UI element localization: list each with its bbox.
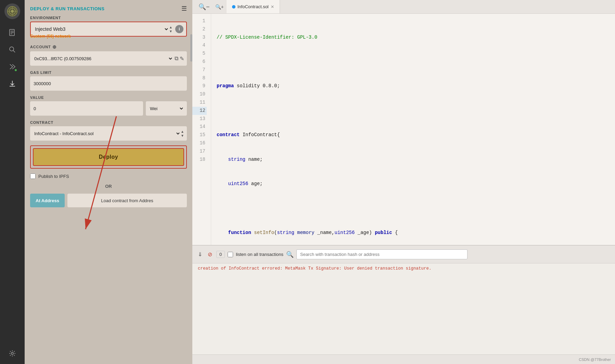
account-plus-icon[interactable]: ⊕ <box>52 44 57 50</box>
code-content[interactable]: // SPDX-License-Identifier: GPL-3.0 prag… <box>211 14 615 245</box>
network-label: Custom (56) network <box>30 34 187 39</box>
contract-arrows: ▲▼ <box>181 130 184 138</box>
terminal-listen-checkbox[interactable] <box>228 252 233 257</box>
account-label: ACCOUNT ⊕ <box>30 44 187 50</box>
sidebar-deploy-icon[interactable] <box>5 77 20 91</box>
deploy-panel: DEPLOY & RUN TRANSACTIONS ☰ ENVIRONMENT … <box>25 0 192 364</box>
environment-select[interactable]: Injected Web3 JavaScript VM (London) Jav… <box>34 26 169 32</box>
contract-select-wrapper: InfoContract - InfoContract.sol ▲▼ <box>30 126 187 141</box>
code-editor[interactable]: 1 2 3 4 5 6 7 8 9 10 11 12 13 14 15 16 1… <box>192 14 615 245</box>
svg-point-11 <box>11 352 13 354</box>
svg-point-9 <box>10 47 14 51</box>
terminal-error-message: creation of InfoContract errored: MetaMa… <box>198 266 432 271</box>
terminal-count: 0 <box>216 251 225 258</box>
terminal-content: creation of InfoContract errored: MetaMa… <box>192 263 615 354</box>
value-section: VALUE Wei Gwei Ether <box>30 95 187 116</box>
publish-label: Publish to IPFS <box>38 174 69 179</box>
gas-limit-input[interactable]: 3000000 <box>30 76 187 91</box>
or-divider: OR <box>30 184 187 189</box>
contract-select[interactable]: InfoContract - InfoContract.sol <box>33 131 181 136</box>
sidebar-files-icon[interactable] <box>5 25 20 40</box>
icon-sidebar <box>0 0 25 364</box>
sidebar-compile-icon[interactable] <box>5 60 20 74</box>
environment-label: ENVIRONMENT <box>30 16 187 20</box>
terminal-toolbar: ⇓ ⊘ 0 listen on all transactions 🔍 <box>192 246 615 263</box>
value-row: Wei Gwei Ether <box>30 101 187 116</box>
terminal-search-icon: 🔍 <box>286 251 294 258</box>
hamburger-icon[interactable]: ☰ <box>181 5 187 12</box>
contract-section: CONTRACT InfoContract - InfoContract.sol… <box>30 120 187 141</box>
publish-checkbox[interactable] <box>30 173 36 179</box>
tab-active-dot <box>232 5 235 9</box>
environment-section: ENVIRONMENT Injected Web3 JavaScript VM … <box>30 16 187 39</box>
deploy-panel-header: DEPLOY & RUN TRANSACTIONS ☰ <box>25 0 192 16</box>
editor-tabs: 🔍− 🔍+ InfoContract.sol ✕ <box>192 0 615 14</box>
zoom-in-icon[interactable]: 🔍+ <box>213 4 227 10</box>
env-info-button[interactable]: i <box>175 25 183 33</box>
account-select[interactable]: 0xC93...8f07C (0.007509286 <box>33 56 173 62</box>
contract-label: CONTRACT <box>30 120 187 125</box>
account-edit-icon[interactable]: ✎ <box>180 55 184 62</box>
value-unit-wrapper: Wei Gwei Ether <box>146 101 187 116</box>
scrollbar[interactable] <box>190 34 192 62</box>
terminal-search-input[interactable] <box>296 249 467 259</box>
at-address-row: At Address Load contract from Addres <box>30 194 187 207</box>
attribution-text: CSDN @77Brother <box>579 358 611 362</box>
sidebar-settings-icon[interactable] <box>5 346 20 361</box>
zoom-out-icon[interactable]: 🔍− <box>196 3 213 11</box>
value-unit-select[interactable]: Wei Gwei Ether <box>149 106 184 112</box>
panel-content: ENVIRONMENT Injected Web3 JavaScript VM … <box>25 16 192 213</box>
line-numbers: 1 2 3 4 5 6 7 8 9 10 11 12 13 14 15 16 1… <box>192 14 211 245</box>
terminal-stop-icon[interactable]: ⊘ <box>206 250 214 259</box>
load-contract-button[interactable]: Load contract from Addres <box>67 194 187 207</box>
terminal-bar: ⇓ ⊘ 0 listen on all transactions 🔍 creat… <box>192 245 615 354</box>
gas-limit-section: GAS LIMIT 3000000 <box>30 70 187 91</box>
logo-icon[interactable] <box>4 3 20 19</box>
svg-line-10 <box>13 51 15 53</box>
deploy-button[interactable]: Deploy <box>33 148 184 166</box>
terminal-collapse-icon[interactable]: ⇓ <box>196 250 204 259</box>
value-input[interactable] <box>30 101 143 116</box>
account-section: ACCOUNT ⊕ 0xC93...8f07C (0.007509286 ⧉ ✎ <box>30 44 187 66</box>
account-input-wrapper: 0xC93...8f07C (0.007509286 ⧉ ✎ <box>30 51 187 66</box>
value-label: VALUE <box>30 95 187 100</box>
account-copy-icon[interactable]: ⧉ <box>175 55 178 62</box>
editor-tab-infocontract[interactable]: InfoContract.sol ✕ <box>227 0 280 13</box>
tab-filename: InfoContract.sol <box>238 4 269 9</box>
sidebar-search-icon[interactable] <box>5 42 20 57</box>
deploy-section-highlight: Deploy <box>30 145 187 169</box>
compile-status-dot <box>14 68 17 72</box>
gas-limit-label: GAS LIMIT <box>30 70 187 75</box>
at-address-button[interactable]: At Address <box>30 194 65 207</box>
terminal-listen-label: listen on all transactions <box>236 252 283 257</box>
deploy-panel-title: DEPLOY & RUN TRANSACTIONS <box>30 6 104 11</box>
status-bar: CSDN @77Brother <box>192 354 615 364</box>
publish-row: Publish to IPFS <box>30 173 187 179</box>
env-arrows: ▲ ▼ <box>169 25 172 33</box>
editor-area: 🔍− 🔍+ InfoContract.sol ✕ 1 2 3 4 5 6 7 8… <box>192 0 615 364</box>
tab-close-icon[interactable]: ✕ <box>271 4 274 9</box>
